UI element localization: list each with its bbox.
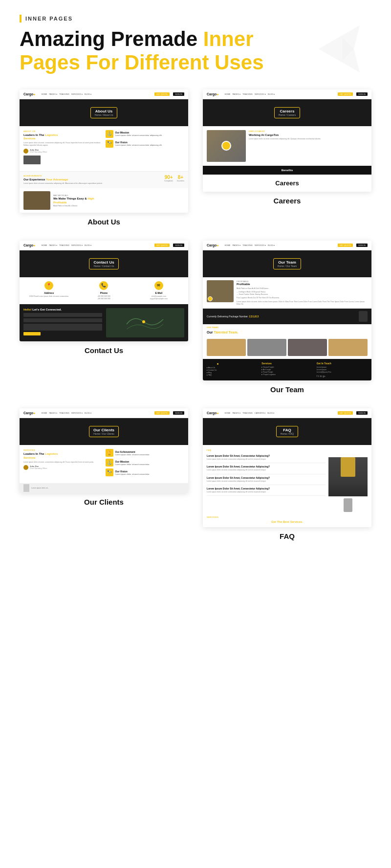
page-card-our-clients: Cargo● HOME PAGES ▾ TRACKING SERVICES ▾ …	[20, 408, 188, 540]
faq-item: Lorem Ipsum Dolor Sit Amet, Consectetur …	[207, 452, 326, 463]
pages-grid: Cargo● HOME PAGES ▾ TRACKING SERVICES ▾ …	[20, 89, 371, 540]
nav-logo: Cargo●	[23, 92, 35, 96]
svg-point-1	[142, 320, 145, 323]
faq-hero: FAQ Home / FAQ	[203, 418, 371, 445]
our-clients-preview: Cargo● HOME PAGES ▾ TRACKING SERVICES ▾ …	[20, 408, 188, 493]
contact-us-preview: Cargo● HOME PAGES ▾ TRACKING SERVICES ▾ …	[20, 241, 188, 342]
faq-item: Lorem Ipsum Dolor Sit Amet, Consectetur …	[207, 485, 326, 496]
page-card-contact-us: Cargo● HOME PAGES ▾ TRACKING SERVICES ▾ …	[20, 241, 188, 394]
contact-navbar: Cargo● HOME PAGES ▾ TRACKING SERVICES ▾ …	[20, 241, 188, 250]
faq-image	[328, 457, 368, 496]
team-photo-1	[207, 339, 246, 356]
about-us-profitable: MAY WE DO ALL We Make Things Easy & High…	[20, 188, 188, 213]
benefits-bar: Benefits	[203, 166, 371, 175]
about-us-hero: About Us Home / About Us	[20, 99, 188, 126]
faq-navbar: Cargo● HOME PAGES ▾ TRACKING CAREERS ▾ B…	[203, 408, 371, 418]
page-card-careers: Cargo● HOME PAGES ▾ TRACKING SERVICES ▾ …	[203, 89, 371, 226]
contact-icons-row: 📍 Address 123/4 Road Lorem Ipsum dolor s…	[20, 277, 188, 305]
team-photo-4	[328, 339, 368, 356]
page-card-about-us: Cargo● HOME PAGES ▾ TRACKING SERVICES ▾ …	[20, 89, 188, 226]
clients-content: SERVICES Leaders In The LogisticsService…	[20, 445, 188, 483]
contact-phone: 📞 Phone +00 000 000 000+00 000 000 000	[78, 281, 129, 301]
our-team-hero: Our Team Home / Our Team	[203, 250, 371, 277]
faq-content: FAQ Lorem Ipsum Dolor Sit Amet, Consecte…	[203, 445, 371, 527]
careers-preview: Cargo● HOME PAGES ▾ TRACKING SERVICES ▾ …	[203, 89, 371, 192]
page-wrapper: INNER PAGES Amazing Premade Inner Pages …	[0, 0, 391, 560]
careers-hero: Careers Home / Careers	[203, 99, 371, 126]
form-name-field	[23, 313, 102, 317]
team-photo-2	[247, 339, 286, 356]
about-us-badge: About Us Home / About Us	[90, 107, 118, 118]
about-us-label: About Us	[20, 218, 188, 226]
contact-hero: Contact Us Home / Contact Us	[20, 250, 188, 277]
team-photos	[203, 336, 371, 359]
section-label-text: INNER PAGES	[25, 16, 73, 22]
our-team-label: Our Team	[203, 385, 371, 394]
team-navbar: Cargo● HOME PAGES ▾ TRACKING SERVICES ▾ …	[203, 241, 371, 250]
team-label-small: OUR TEAMS	[203, 324, 371, 331]
contact-map-form: Hello! Let's Get Connected.	[20, 304, 188, 341]
airplane-decoration	[313, 20, 371, 80]
about-us-preview: Cargo● HOME PAGES ▾ TRACKING SERVICES ▾ …	[20, 89, 188, 213]
careers-section-label: Careers	[203, 175, 371, 192]
team-footer: Cargo● ▸ About Us ▸ Contact Us ▸ Blog ▸ …	[203, 359, 371, 380]
form-email-field	[23, 318, 102, 322]
page-card-faq: Cargo● HOME PAGES ▾ TRACKING CAREERS ▾ B…	[203, 408, 371, 540]
clients-navbar: Cargo● HOME PAGES ▾ TRACKING SERVICES ▾ …	[20, 408, 188, 418]
avatar	[23, 149, 28, 154]
careers-content: EMPLOYMENT Working At CargoTon Lorem ips…	[203, 126, 371, 166]
our-team-preview: Cargo● HOME PAGES ▾ TRACKING SERVICES ▾ …	[203, 241, 371, 380]
label-bar	[20, 15, 22, 22]
page-card-our-team: Cargo● HOME PAGES ▾ TRACKING SERVICES ▾ …	[203, 241, 371, 394]
team-photo-3	[288, 339, 327, 356]
careers-label: Careers	[203, 197, 371, 205]
about-us-achievement: ACHIEVEMENTS Our Experience Your Advanta…	[20, 171, 188, 188]
best-services: Get The Best Services.	[207, 520, 368, 523]
faq-label: FAQ	[203, 532, 371, 540]
clients-hero: Our Clients Home / Our Clients	[20, 418, 188, 445]
our-clients-label: Our Clients	[20, 498, 188, 506]
faq-item: Lorem Ipsum Dolor Sit Amet, Consectetur …	[207, 463, 326, 474]
contact-address: 📍 Address 123/4 Road Lorem Ipsum dolor s…	[23, 281, 74, 301]
careers-navbar: Cargo● HOME PAGES ▾ TRACKING SERVICES ▾ …	[203, 89, 371, 99]
nav-links: HOME PAGES ▾ TRACKING SERVICES ▾ BLOG ▾	[41, 93, 91, 95]
contact-email: ✉ E-Mail info@example.comsupport@example…	[133, 281, 184, 301]
contact-us-label: Contact Us	[20, 346, 188, 355]
faq-item: Lorem Ipsum Dolor Sit Amet, Consectetur …	[207, 474, 326, 485]
about-us-content1: ABOUT US Leaders In The LogisticsService…	[20, 126, 188, 171]
main-heading: Amazing Premade Inner Pages For Differen…	[20, 27, 264, 75]
map-placeholder	[106, 308, 185, 337]
delivery-bar: Currently Delivering Package Number: 2,5…	[203, 309, 371, 324]
careers-image	[207, 130, 246, 162]
team-profitable: PROFITABLE Profitable Multi-Platform Sit…	[203, 277, 371, 309]
about-us-navbar: Cargo● HOME PAGES ▾ TRACKING SERVICES ▾ …	[20, 89, 188, 99]
faq-preview: Cargo● HOME PAGES ▾ TRACKING CAREERS ▾ B…	[203, 408, 371, 527]
